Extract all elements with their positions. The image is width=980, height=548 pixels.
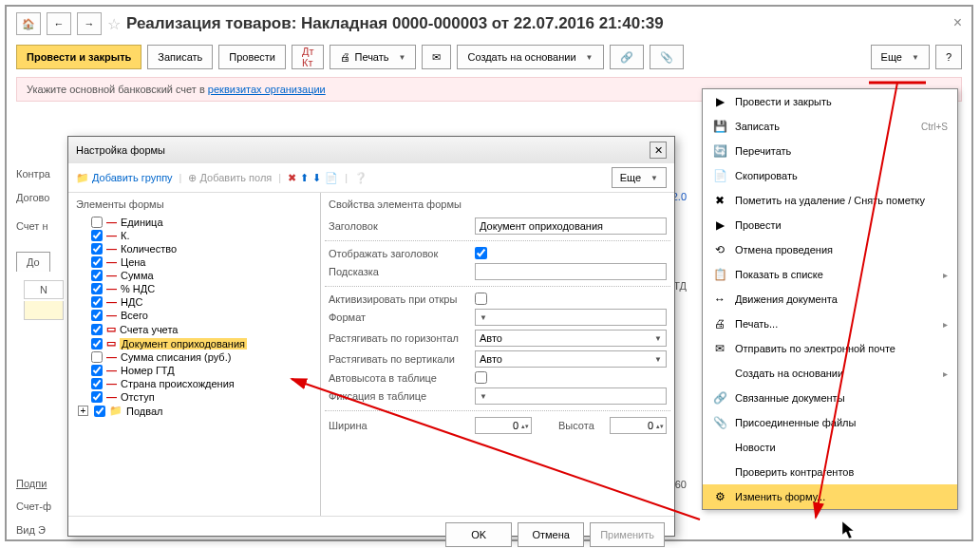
save-button[interactable]: Записать	[147, 45, 213, 69]
show-header-checkbox[interactable]	[475, 247, 487, 259]
width-spinner[interactable]: 0	[475, 417, 532, 434]
menu-item[interactable]: 📄Скопировать	[703, 163, 957, 188]
menu-item[interactable]: 🔗Связанные документы	[703, 386, 957, 410]
submenu-arrow-icon: ▸	[943, 319, 948, 330]
dialog-more-button[interactable]: Еще	[612, 167, 667, 188]
menu-item[interactable]: 🖨Печать...▸	[703, 312, 957, 336]
menu-item-label: Изменить форму...	[735, 491, 825, 502]
forward-button[interactable]: →	[77, 12, 102, 35]
tree-item[interactable]: —Сумма	[72, 269, 316, 282]
expander-icon[interactable]: +	[78, 406, 88, 416]
tree-item[interactable]: —Номер ГТД	[72, 364, 316, 377]
sign-link[interactable]: Подпи	[16, 478, 47, 489]
tree-item[interactable]: —К.	[72, 229, 316, 242]
tree-checkbox[interactable]	[91, 310, 103, 321]
format-combo[interactable]	[475, 309, 667, 326]
tree-item[interactable]: —Отступ	[72, 390, 316, 404]
stretch-v-combo[interactable]: Авто	[475, 350, 667, 368]
tree-checkbox[interactable]	[91, 283, 103, 294]
email-button[interactable]: ✉	[422, 45, 451, 69]
grid-header-n: N	[24, 280, 64, 299]
tree-item[interactable]: ▭Документ оприходования	[72, 336, 316, 350]
tree-item[interactable]: —НДС	[72, 295, 316, 309]
tree-item[interactable]: —% НДС	[72, 282, 316, 295]
tree-item[interactable]: —Страна происхождения	[72, 377, 316, 390]
tree-item-label: Цена	[121, 256, 145, 268]
menu-icon	[712, 464, 727, 480]
attach-button[interactable]: 📎	[650, 45, 684, 69]
tree-checkbox[interactable]	[91, 351, 103, 363]
footer-item-label[interactable]: Подвал	[126, 406, 162, 417]
dialog-title: Настройка формы	[76, 144, 165, 156]
help-button[interactable]: ?	[935, 45, 962, 69]
ok-button[interactable]: OK	[445, 522, 512, 547]
tree-checkbox[interactable]	[91, 378, 103, 389]
dt-kt-button[interactable]: ДтКт	[292, 45, 325, 69]
tooltip-input[interactable]	[475, 263, 667, 280]
tree-checkbox[interactable]	[91, 243, 103, 255]
related-button[interactable]: 🔗	[610, 45, 644, 69]
menu-item[interactable]: ⚙Изменить форму...	[703, 484, 957, 509]
menu-item[interactable]: ↔Движения документа	[703, 287, 957, 312]
menu-item[interactable]: Новости	[703, 435, 957, 460]
tree-checkbox[interactable]	[91, 217, 103, 228]
menu-item[interactable]: ⟲Отмена проведения	[703, 237, 957, 262]
menu-item[interactable]: Проверить контрагентов	[703, 460, 957, 484]
apply-button[interactable]: Применить	[590, 522, 665, 547]
help-icon[interactable]: ❔	[354, 172, 368, 184]
autoheight-checkbox[interactable]	[475, 371, 487, 384]
tree-item[interactable]: —Всего	[72, 309, 316, 322]
menu-item[interactable]: ✖Пометить на удаление / Снять пометку	[703, 188, 957, 213]
fix-combo[interactable]	[475, 387, 667, 405]
add-fields-link[interactable]: ⊕Добавить поля	[188, 172, 272, 184]
tree-checkbox[interactable]	[91, 365, 103, 376]
tree-item-label: Единица	[121, 217, 163, 228]
menu-item[interactable]: ▶Провести и закрыть	[703, 89, 957, 114]
tree-item[interactable]: ▭Счета учета	[72, 322, 316, 336]
menu-item[interactable]: ✉Отправить по электронной почте	[703, 336, 957, 361]
move-up-icon[interactable]: ⬆	[300, 172, 309, 184]
height-spinner[interactable]: 0	[610, 417, 667, 434]
menu-item[interactable]: ▶Провести	[703, 213, 957, 237]
activate-checkbox[interactable]	[475, 293, 487, 305]
copy-icon[interactable]: 📄	[325, 172, 338, 184]
post-and-close-button[interactable]: Провести и закрыть	[16, 45, 141, 69]
tree-item[interactable]: —Сумма списания (руб.)	[72, 350, 316, 364]
tree-checkbox[interactable]	[91, 338, 103, 350]
tree-checkbox[interactable]	[91, 230, 103, 241]
menu-item-label: Проверить контрагентов	[735, 466, 854, 478]
menu-item[interactable]: 📋Показать в списке▸	[703, 262, 957, 287]
cancel-button[interactable]: Отмена	[518, 522, 584, 547]
home-button[interactable]: 🏠	[16, 12, 41, 35]
delete-icon[interactable]: ✖	[288, 172, 296, 184]
dialog-close-button[interactable]: ✕	[650, 142, 667, 159]
print-dropdown[interactable]: 🖨 Печать	[330, 45, 416, 69]
org-details-link[interactable]: реквизитах организации	[208, 84, 326, 95]
tree-item-label: Сумма списания (руб.)	[121, 351, 231, 363]
tab-stub-do[interactable]: До	[16, 252, 50, 272]
favorite-icon[interactable]: ☆	[107, 15, 121, 33]
move-down-icon[interactable]: ⬇	[312, 172, 321, 184]
post-button[interactable]: Провести	[218, 45, 286, 69]
tree-item[interactable]: —Цена	[72, 255, 316, 269]
header-value-input[interactable]	[475, 217, 667, 235]
menu-item[interactable]: 📎Присоединенные файлы	[703, 410, 957, 435]
tree-checkbox[interactable]	[91, 324, 103, 335]
menu-item-label: Перечитать	[735, 145, 791, 157]
create-based-dropdown[interactable]: Создать на основании	[457, 45, 603, 69]
more-dropdown[interactable]: Еще	[871, 45, 930, 69]
menu-item[interactable]: 🔄Перечитать	[703, 139, 957, 163]
tree-item[interactable]: —Количество	[72, 242, 316, 255]
menu-item[interactable]: Создать на основании▸	[703, 361, 957, 386]
tree-checkbox[interactable]	[91, 296, 103, 308]
stretch-h-combo[interactable]: Авто	[475, 330, 667, 347]
back-button[interactable]: ←	[47, 12, 71, 35]
tree-item[interactable]: —Единица	[72, 216, 316, 229]
menu-item[interactable]: 💾ЗаписатьCtrl+S	[703, 114, 957, 139]
footer-checkbox[interactable]	[94, 406, 105, 417]
add-group-link[interactable]: 📁Добавить группу	[76, 172, 173, 184]
tree-checkbox[interactable]	[91, 256, 103, 268]
tree-checkbox[interactable]	[91, 270, 103, 281]
tree-checkbox[interactable]	[91, 391, 103, 403]
close-button[interactable]: ×	[953, 14, 962, 31]
